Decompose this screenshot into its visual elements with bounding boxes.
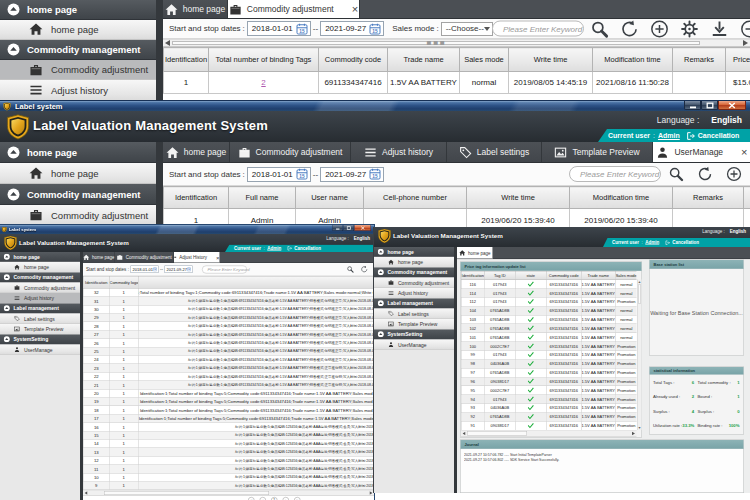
table-row[interactable]: 281标识:1;绑定标签总数:1;商品编码:6911334347416;商品名称… bbox=[83, 322, 374, 330]
table-row[interactable]: 321Identification:1;Total number of bind… bbox=[83, 288, 374, 296]
table-row[interactable]: 151标识:1;绑定标签总数:5;商品编码:123456;商品名称:AAA电池;… bbox=[83, 431, 374, 439]
sidebar-item-adjust-history[interactable]: Adjust history bbox=[0, 293, 80, 304]
cancellation-button[interactable]: Cancellation bbox=[287, 246, 321, 252]
scrollbar-thumb[interactable] bbox=[638, 285, 641, 304]
current-user-link[interactable]: Admin bbox=[658, 132, 680, 139]
export-icon[interactable] bbox=[734, 19, 750, 38]
table-row[interactable]: 11601794369113343474161.5V AA BATTERYnor… bbox=[461, 280, 636, 289]
add-icon[interactable] bbox=[644, 19, 674, 38]
table-row[interactable]: 1030765AD8B69113343474161.5V AA BATTERYn… bbox=[461, 315, 636, 324]
table-row[interactable]: 11201794369113343474161.5V AA BATTERYPro… bbox=[461, 297, 636, 306]
maximize-button[interactable] bbox=[343, 225, 354, 231]
sidebar-item-adjust-history[interactable]: Adjust history bbox=[0, 80, 156, 101]
date-to-input[interactable]: 2021-09-27 bbox=[165, 266, 193, 274]
maximize-button[interactable] bbox=[701, 101, 718, 110]
cancellation-button[interactable]: Cancellation bbox=[665, 240, 699, 246]
tab-label-settings[interactable]: Label settings bbox=[447, 142, 542, 162]
sidebar-item-adjust-history[interactable]: Adjust history bbox=[374, 288, 454, 299]
table-row[interactable]: 111标识:1;绑定标签总数:5;商品编码:123456;商品名称:AAA电池;… bbox=[83, 465, 374, 473]
sidebar-item-label-settings[interactable]: Label settings bbox=[374, 309, 454, 320]
tab-close-icon[interactable]: × bbox=[741, 146, 747, 158]
scroll-down-arrow[interactable]: ▼ bbox=[638, 426, 642, 431]
sidebar-item-label-settings[interactable]: Label settings bbox=[0, 314, 80, 325]
tab-close-icon[interactable]: × bbox=[352, 3, 358, 15]
sidebar-item-home-page[interactable]: home page bbox=[0, 262, 80, 273]
sidebar-section-home-page[interactable]: home page bbox=[0, 0, 156, 20]
table-row[interactable]: 1040765AD8B69113343474161.5V AA BATTERYn… bbox=[461, 306, 636, 315]
minimize-button[interactable] bbox=[684, 101, 701, 110]
search-input[interactable]: Please Enter Keyword bbox=[202, 265, 247, 273]
date-from-input[interactable]: 2018-01-01 bbox=[131, 266, 159, 274]
table-row[interactable]: 9304036A0B69113343474161.5V AA BATTERYPr… bbox=[461, 404, 636, 413]
table-row[interactable]: 11401794369113343474161.5V AA BATTERYnor… bbox=[461, 289, 636, 298]
refresh-icon[interactable] bbox=[690, 166, 719, 182]
table-row[interactable]: 211标识:1;绑定标签总数:1;商品编码:6911334347416;商品名称… bbox=[83, 381, 374, 389]
binding-tags-link[interactable]: 2 bbox=[261, 78, 265, 87]
table-row[interactable]: 241标识:1;绑定标签总数:1;商品编码:6911334347416;商品名称… bbox=[83, 355, 374, 363]
table-row[interactable]: 301标识:1;绑定标签总数:1;商品编码:6911334347416;商品名称… bbox=[83, 305, 374, 313]
sidebar-section-label-management[interactable]: Label management bbox=[374, 299, 454, 309]
scrollbar-thumb[interactable] bbox=[104, 491, 269, 495]
table-row[interactable]: 221标识:1;绑定标签总数:1;商品编码:6911334347416;商品名称… bbox=[83, 372, 374, 380]
table-row[interactable]: 311标识:1;绑定标签总数:1;商品编码:6911334347416;商品名称… bbox=[83, 297, 374, 305]
table-row[interactable]: 271标识:1;绑定标签总数:1;商品编码:6911334347416;商品名称… bbox=[83, 330, 374, 338]
tab-usermanage[interactable]: UserManage× bbox=[653, 142, 750, 162]
tab-adjust-history[interactable]: Adjust history bbox=[351, 142, 447, 162]
close-button[interactable] bbox=[354, 225, 371, 231]
scroll-right-arrow[interactable] bbox=[743, 40, 748, 46]
table-row[interactable]: 261标识:1;绑定标签总数:1;商品编码:6911334347416;商品名称… bbox=[83, 339, 374, 347]
scroll-up-arrow[interactable]: ▲ bbox=[638, 280, 642, 285]
sidebar-item-home-page[interactable]: home page bbox=[374, 257, 454, 268]
sidebar-section-commodity-management[interactable]: Commodity management bbox=[0, 273, 80, 283]
table-row[interactable]: 1010765AD8B69113343474161.5V AA BATTERYn… bbox=[461, 333, 636, 342]
sidebar-section-commodity-management[interactable]: Commodity management bbox=[374, 268, 454, 278]
table-row[interactable]: 9401794369113343474161.5V AA BATTERYProm… bbox=[461, 395, 636, 404]
language-label[interactable]: Language :English bbox=[657, 115, 742, 125]
sidebar-item-usermanage[interactable]: UserManage bbox=[0, 345, 80, 356]
table-row[interactable]: 181Identification:1;Total number of bind… bbox=[83, 406, 374, 414]
table-row[interactable]: 161标识:1;绑定标签总数:5;商品编码:123456;商品名称:AAA电池;… bbox=[83, 423, 374, 431]
search-icon[interactable] bbox=[584, 19, 614, 38]
table-row[interactable]: 9609038D1769113343474161.5V AA BATTERYPr… bbox=[461, 377, 636, 386]
tab-home-page[interactable]: home page bbox=[163, 142, 230, 162]
search-icon[interactable] bbox=[343, 266, 357, 274]
search-input[interactable]: Please Enter Keyword bbox=[569, 166, 661, 182]
tab-commodity-adjustment[interactable]: Commodity adjustment bbox=[230, 142, 351, 162]
table-row[interactable]: 131标识:1;绑定标签总数:5;商品编码:123456;商品名称:AAA电池;… bbox=[83, 448, 374, 456]
table-row[interactable]: 191Identification:1;Total number of bind… bbox=[83, 397, 374, 405]
date-from-input[interactable]: 2018-01-01 bbox=[247, 21, 311, 36]
sidebar-section-label-management[interactable]: Label management bbox=[0, 304, 80, 314]
sidebar-section-home-page[interactable]: home page bbox=[374, 247, 454, 257]
table-row[interactable]: 291标识:1;绑定标签总数:1;商品编码:6911334347416;商品名称… bbox=[83, 313, 374, 321]
cancellation-button[interactable]: Cancellation bbox=[686, 131, 740, 141]
table-row[interactable]: 9109038D1769113343474161.5V AA BATTERYPr… bbox=[461, 421, 636, 430]
table-row[interactable]: 950002C7E769113343474161.5V AA BATTERYPr… bbox=[461, 386, 636, 395]
sidebar-section-systemsetting[interactable]: SystemSetting bbox=[0, 335, 80, 345]
window-titlebar[interactable]: Label system bbox=[0, 225, 374, 234]
tab-commodity-adjustment[interactable]: Commodity adjustment bbox=[115, 252, 174, 263]
scrollbar-thumb[interactable] bbox=[467, 431, 527, 436]
table-row[interactable]: 231标识:1;绑定标签总数:1;商品编码:6911334347416;商品名称… bbox=[83, 364, 374, 372]
table-row[interactable]: 101标识:1;绑定标签总数:5;商品编码:123456;商品名称:AAA电池;… bbox=[83, 473, 374, 481]
table-row[interactable]: 1020765AD8B69113343474161.5V AA BATTERYn… bbox=[461, 324, 636, 333]
refresh-icon[interactable] bbox=[614, 19, 644, 38]
current-user-link[interactable]: Admin bbox=[645, 240, 659, 245]
sidebar-item-commodity-adjustment[interactable]: Commodity adjustment bbox=[374, 278, 454, 289]
sidebar-section-commodity-management[interactable]: Commodity management bbox=[0, 184, 156, 205]
date-to-input[interactable]: 2021-09-27 bbox=[320, 21, 384, 36]
horizontal-scrollbar[interactable]: ▪▪▪ bbox=[163, 39, 750, 47]
current-user-link[interactable]: Admin bbox=[267, 246, 281, 251]
search-input[interactable]: Please Enter Keyword bbox=[492, 21, 584, 37]
sidebar-item-template-preview[interactable]: Template Preview bbox=[374, 319, 454, 330]
sidebar-item-template-preview[interactable]: Template Preview bbox=[0, 324, 80, 335]
sidebar-section-commodity-management[interactable]: Commodity management bbox=[0, 40, 156, 60]
horizontal-scrollbar[interactable] bbox=[461, 430, 637, 437]
scroll-left-arrow[interactable] bbox=[165, 40, 170, 46]
vertical-scrollbar[interactable]: ▲ ▼ bbox=[637, 280, 642, 431]
tab-commodity-adjustment[interactable]: Commodity adjustment× bbox=[228, 0, 360, 18]
sales-mode-select[interactable]: --Choose-- bbox=[441, 22, 493, 36]
close-button[interactable] bbox=[718, 101, 746, 110]
date-to-input[interactable]: 2021-09-27 bbox=[320, 167, 384, 182]
table-row[interactable]: 201Identification:1;Total number of bind… bbox=[83, 389, 374, 397]
minimize-button[interactable] bbox=[332, 225, 343, 231]
